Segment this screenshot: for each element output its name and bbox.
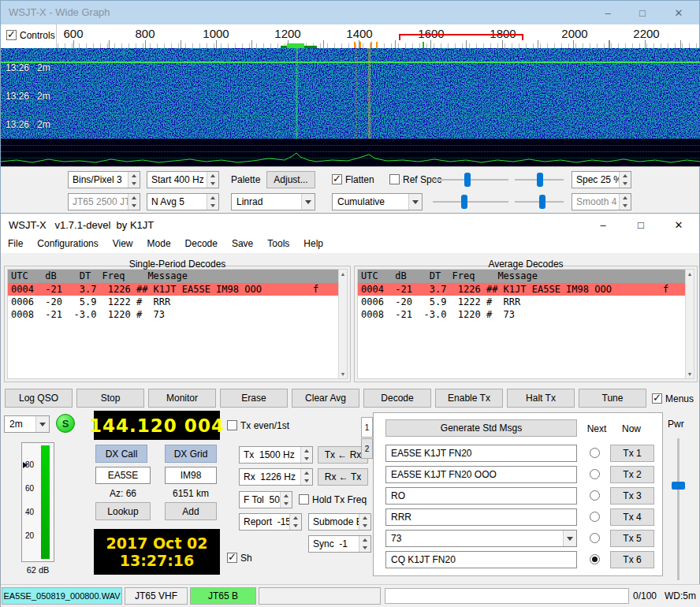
slider-handle[interactable] <box>461 195 467 209</box>
zero2-slider[interactable] <box>515 193 564 210</box>
gain2-slider[interactable] <box>433 193 508 210</box>
scrollbar[interactable]: ▲▼ <box>685 270 694 378</box>
menu-view[interactable]: View <box>106 236 140 253</box>
tx6-message-field[interactable]: CQ K1JT FN20 <box>385 551 577 568</box>
tx4-message-field[interactable]: RRR <box>385 508 577 526</box>
adjust-button[interactable]: Adjust... <box>266 171 315 188</box>
tx6-now-button[interactable]: Tx 6 <box>610 551 654 568</box>
stop-button[interactable]: Stop <box>76 389 144 408</box>
tx1-next-radio[interactable] <box>590 448 600 458</box>
spin-up-icon[interactable] <box>301 469 312 477</box>
tx5-next-radio[interactable] <box>590 533 600 543</box>
tx3-next-radio[interactable] <box>590 490 600 501</box>
scroll-up-icon[interactable]: ▲ <box>339 270 347 278</box>
scroll-down-icon[interactable]: ▼ <box>686 370 694 378</box>
rx-from-tx-button[interactable]: Rx ← Tx <box>318 468 368 486</box>
decode-row[interactable]: 0004 -21 3.7 1226 ## K1JT EA5SE IM98 OOO… <box>358 283 685 296</box>
dx-grid-field[interactable]: IM98 <box>165 467 217 484</box>
band-combobox[interactable]: 2m <box>4 415 50 433</box>
tx3-now-button[interactable]: Tx 3 <box>610 487 654 505</box>
tx-freq-spinner[interactable]: Tx 1500 Hz <box>239 446 313 464</box>
tx2-message-field[interactable]: EA5SE K1JT FN20 OOO <box>385 466 577 483</box>
slider-handle[interactable] <box>539 195 545 209</box>
slider-handle[interactable] <box>464 173 471 187</box>
dx-call-button[interactable]: DX Call <box>95 445 147 463</box>
tab-1[interactable]: 1 <box>361 417 373 438</box>
spin-up-icon[interactable] <box>290 514 301 522</box>
menus-checkbox[interactable] <box>652 393 662 404</box>
start-freq-spinner[interactable]: Start 400 Hz <box>147 171 219 188</box>
close-icon[interactable]: ✕ <box>663 214 694 236</box>
tx1-now-button[interactable]: Tx 1 <box>610 445 654 462</box>
palette-combobox[interactable]: Linrad <box>231 193 315 210</box>
spin-up-icon[interactable] <box>128 172 140 180</box>
tune-button[interactable]: Tune <box>579 389 646 408</box>
decode-row[interactable]: 0006 -20 5.9 1222 # RRR <box>8 296 338 308</box>
halt-tx-button[interactable]: Halt Tx <box>507 389 575 408</box>
decode-row[interactable]: 0006 -20 5.9 1222 # RRR <box>358 296 685 308</box>
menu-decode[interactable]: Decode <box>178 236 225 253</box>
close-icon[interactable]: ✕ <box>663 1 694 24</box>
spec-percent-spinner[interactable]: Spec 25 % <box>572 171 631 188</box>
minimize-icon[interactable]: – <box>592 1 624 24</box>
lookup-button[interactable]: Lookup <box>95 502 151 520</box>
slider-handle[interactable] <box>537 173 543 187</box>
spin-up-icon[interactable] <box>281 492 292 500</box>
menu-file[interactable]: File <box>1 236 30 253</box>
menu-tools[interactable]: Tools <box>260 236 296 253</box>
tx5-now-button[interactable]: Tx 5 <box>610 530 654 547</box>
spin-up-icon[interactable] <box>207 194 218 202</box>
zero-slider[interactable] <box>515 171 564 188</box>
average-decodes-table[interactable]: UTC dB DT Freq Message 0004 -21 3.7 1226… <box>357 269 694 379</box>
spin-down-icon[interactable] <box>281 500 292 508</box>
maximize-icon[interactable]: □ <box>627 1 658 24</box>
tx2-next-radio[interactable] <box>590 469 600 479</box>
tx-band-marker[interactable] <box>399 34 523 40</box>
spin-down-icon[interactable] <box>207 202 218 210</box>
spin-down-icon[interactable] <box>620 180 631 188</box>
sh-checkbox[interactable] <box>227 553 237 563</box>
scrollbar[interactable]: ▲▼ <box>338 270 347 378</box>
scroll-down-icon[interactable]: ▼ <box>339 370 347 378</box>
spin-up-icon[interactable] <box>301 447 312 455</box>
bins-pixel-spinner[interactable]: Bins/Pixel 3 <box>68 171 140 188</box>
menu-save[interactable]: Save <box>225 236 260 253</box>
menu-configurations[interactable]: Configurations <box>30 236 105 253</box>
menu-help[interactable]: Help <box>296 236 330 253</box>
scroll-up-icon[interactable]: ▲ <box>686 270 694 278</box>
add-button[interactable]: Add <box>165 502 217 520</box>
spin-down-icon[interactable] <box>359 522 370 530</box>
controls-checkbox[interactable] <box>6 30 17 40</box>
single-period-decodes-table[interactable]: UTC dB DT Freq Message 0004 -21 3.7 1226… <box>7 269 348 379</box>
maximize-icon[interactable]: □ <box>625 214 657 236</box>
menu-mode[interactable]: Mode <box>140 236 178 253</box>
submode-spinner[interactable]: Submode B <box>308 513 371 531</box>
spin-down-icon[interactable] <box>128 180 140 188</box>
decode-row[interactable]: 0004 -21 3.7 1226 ## K1JT EA5SE IM98 OOO… <box>8 283 338 296</box>
spin-down-icon[interactable] <box>207 180 218 188</box>
display-mode-combobox[interactable]: Cumulative <box>332 193 423 210</box>
log-qso-button[interactable]: Log QSO <box>5 389 73 408</box>
waterfall-display[interactable]: 13:26 2m 13:26 2m 13:26 2m <box>1 48 700 139</box>
sync-spinner[interactable]: Sync -1 <box>308 535 371 553</box>
spin-up-icon[interactable] <box>207 172 218 180</box>
tx4-now-button[interactable]: Tx 4 <box>610 508 654 526</box>
pwr-slider-handle[interactable] <box>672 482 685 490</box>
clear-avg-button[interactable]: Clear Avg <box>292 389 359 408</box>
dx-grid-button[interactable]: DX Grid <box>165 445 217 463</box>
spin-down-icon[interactable] <box>301 455 312 463</box>
flatten-checkbox[interactable] <box>332 174 342 184</box>
tx-even-checkbox[interactable] <box>227 420 237 430</box>
spin-up-icon[interactable] <box>359 536 370 544</box>
tx3-message-field[interactable]: RO <box>385 487 577 505</box>
decode-button[interactable]: Decode <box>363 389 431 408</box>
hold-tx-freq-checkbox[interactable] <box>299 494 309 505</box>
minimize-icon[interactable]: – <box>587 214 619 236</box>
tab-2[interactable]: 2 <box>361 438 373 459</box>
generate-std-msgs-button[interactable]: Generate Std Msgs <box>385 419 577 437</box>
tx4-next-radio[interactable] <box>590 512 600 522</box>
wide-graph-titlebar[interactable]: WSJT-X - Wide Graph – □ ✕ <box>1 1 699 24</box>
report-spinner[interactable]: Report -15 <box>239 513 302 531</box>
frequency-display[interactable]: 144.120 004 <box>94 411 220 440</box>
erase-button[interactable]: Erase <box>220 389 288 408</box>
